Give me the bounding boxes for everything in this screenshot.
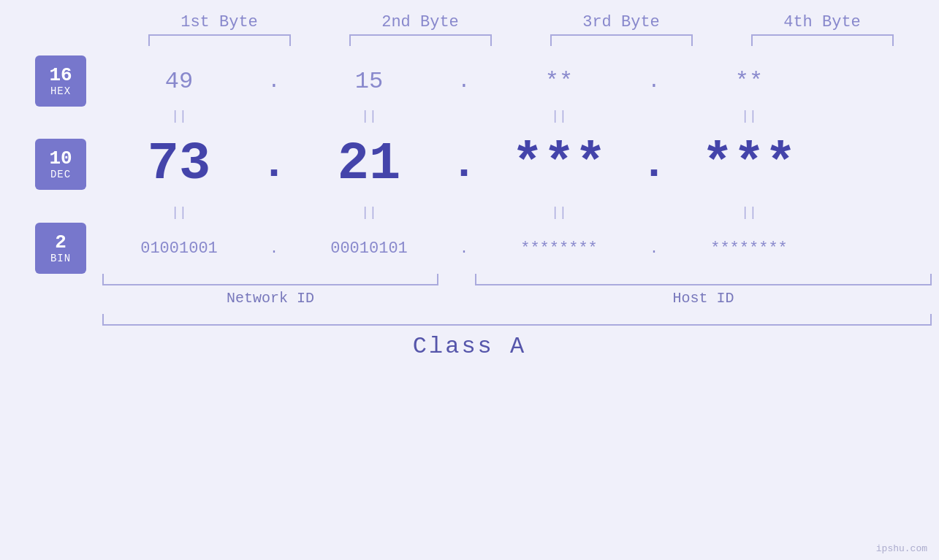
- dec-sep-2: .: [446, 139, 482, 189]
- hex-val-1: 49: [102, 68, 256, 95]
- bin-sep-2: .: [446, 240, 482, 257]
- hex-sep-1: .: [256, 70, 292, 93]
- bin-val-4: ********: [672, 239, 826, 258]
- bracket-network: [102, 274, 438, 285]
- bracket-top-2: [349, 34, 492, 46]
- byte-header-1: 1st Byte: [139, 13, 300, 31]
- dec-val-4: ***: [672, 134, 826, 194]
- hex-sep-3: .: [636, 70, 672, 93]
- byte-headers: 1st Byte 2nd Byte 3rd Byte 4th Byte: [119, 13, 923, 31]
- byte-header-2: 2nd Byte: [340, 13, 501, 31]
- eq1-1: ||: [102, 109, 256, 123]
- bracket-class: [102, 314, 932, 326]
- bracket-top-4: [751, 34, 894, 46]
- equals-row-1: || || || ||: [102, 109, 939, 123]
- hex-badge-label: HEX: [50, 85, 71, 97]
- hex-val-4: **: [672, 68, 826, 95]
- top-brackets: [119, 34, 923, 46]
- dec-sep-1: .: [256, 139, 292, 189]
- eq1-3: ||: [482, 109, 636, 123]
- eq1-2: ||: [292, 109, 446, 123]
- eq1-4: ||: [672, 109, 826, 123]
- byte-header-3: 3rd Byte: [541, 13, 702, 31]
- dec-val-3: ***: [482, 134, 636, 194]
- main-container: 1st Byte 2nd Byte 3rd Byte 4th Byte 16 H…: [0, 0, 939, 560]
- bracket-top-3: [550, 34, 693, 46]
- host-id-label: Host ID: [475, 290, 932, 307]
- hex-badge-num: 16: [49, 65, 72, 86]
- dec-badge: 10 DEC: [35, 139, 86, 190]
- watermark: ipshu.com: [876, 543, 927, 554]
- hex-badge: 16 HEX: [35, 55, 86, 107]
- class-label: Class A: [413, 333, 526, 360]
- bin-sep-1: .: [256, 240, 292, 257]
- bin-badge-label: BIN: [50, 253, 71, 264]
- eq2-4: ||: [672, 205, 826, 220]
- bracket-top-1: [148, 34, 291, 46]
- bin-val-1: 01001001: [102, 239, 256, 258]
- eq2-1: ||: [102, 205, 256, 220]
- network-id-label: Network ID: [102, 290, 438, 307]
- bin-val-3: ********: [482, 239, 636, 258]
- bracket-host: [475, 274, 932, 285]
- bin-badge: 2 BIN: [35, 223, 86, 274]
- dec-values: 73 . 21 . *** . ***: [102, 134, 939, 194]
- dec-badge-label: DEC: [50, 169, 71, 180]
- bin-badge-num: 2: [55, 232, 66, 253]
- equals-row-2: || || || ||: [102, 205, 939, 220]
- bin-values: 01001001 . 00010101 . ******** . *******…: [102, 239, 939, 258]
- hex-val-2: 15: [292, 68, 446, 95]
- hex-val-3: **: [482, 68, 636, 95]
- hex-sep-2: .: [446, 70, 482, 93]
- byte-header-4: 4th Byte: [742, 13, 902, 31]
- bin-sep-3: .: [636, 240, 672, 257]
- dec-val-2: 21: [292, 134, 446, 194]
- bin-val-2: 00010101: [292, 239, 446, 258]
- eq2-2: ||: [292, 205, 446, 220]
- dec-val-1: 73: [102, 134, 256, 194]
- dec-sep-3: .: [636, 139, 672, 189]
- eq2-3: ||: [482, 205, 636, 220]
- dec-badge-num: 10: [49, 148, 72, 169]
- hex-values: 49 . 15 . ** . **: [102, 68, 939, 95]
